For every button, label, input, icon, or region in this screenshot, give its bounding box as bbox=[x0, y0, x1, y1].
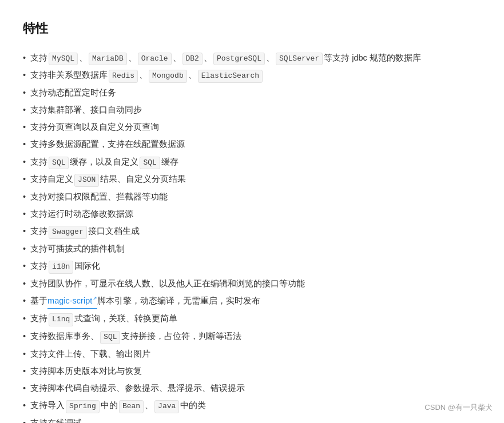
list-item: 支持数据库事务、 SQL 支持拼接，占位符，判断等语法 bbox=[23, 329, 481, 344]
list-item-content-3: 支持动态配置定时任务 bbox=[30, 85, 116, 100]
list-item-content-15: 基于magic-script 脚本引擎，动态编译，无需重启，实时发布 bbox=[30, 293, 260, 309]
list-item: 支持分页查询以及自定义分页查询 bbox=[23, 119, 481, 134]
list-item-content-11: 支持 Swagger 接口文档生成 bbox=[30, 224, 140, 239]
list-item: 支持 i18n 国际化 bbox=[23, 258, 481, 274]
code-tag: Spring bbox=[66, 400, 100, 413]
item-text: 、 bbox=[139, 67, 148, 82]
item-text: 支持分页查询以及自定义分页查询 bbox=[30, 119, 159, 134]
list-item: 支持 MySQL 、 MariaDB 、 Oracle 、 DB2 、 Post… bbox=[23, 50, 481, 66]
list-item: 支持 Linq 式查询，关联、转换更简单 bbox=[23, 311, 481, 326]
list-item: 支持脚本代码自动提示、参数提示、悬浮提示、错误提示 bbox=[23, 381, 481, 396]
list-item: 支持导入 Spring 中的 Bean 、 Java 中的类 bbox=[23, 398, 481, 413]
list-item: 支持 Swagger 接口文档生成 bbox=[23, 224, 481, 239]
item-text: 缓存 bbox=[161, 154, 178, 169]
list-item-content-17: 支持数据库事务、 SQL 支持拼接，占位符，判断等语法 bbox=[30, 329, 241, 344]
list-item-content-13: 支持 i18n 国际化 bbox=[30, 258, 100, 274]
list-item-content-9: 支持对接口权限配置、拦截器等功能 bbox=[30, 189, 168, 204]
code-tag: MySQL bbox=[49, 53, 78, 66]
list-item: 支持动态配置定时任务 bbox=[23, 85, 481, 100]
item-text: 结果、自定义分页结果 bbox=[100, 171, 186, 186]
code-tag: Oracle bbox=[138, 53, 172, 66]
list-item: 支持多数据源配置，支持在线配置数据源 bbox=[23, 137, 481, 151]
page-title: 特性 bbox=[23, 17, 481, 40]
code-tag: Bean bbox=[119, 400, 144, 413]
features-list: 支持 MySQL 、 MariaDB 、 Oracle 、 DB2 、 Post… bbox=[23, 50, 481, 423]
item-text: 支持 bbox=[30, 258, 47, 273]
item-text: 中的类 bbox=[180, 398, 206, 413]
item-text: 、 bbox=[204, 50, 212, 65]
list-item: 支持在线调试 bbox=[23, 416, 481, 423]
code-tag: Swagger bbox=[49, 226, 87, 239]
item-text: 、 bbox=[79, 50, 88, 65]
code-tag: SQL bbox=[100, 331, 120, 344]
list-item: 支持脚本历史版本对比与恢复 bbox=[23, 364, 481, 378]
code-tag: Mongodb bbox=[149, 70, 187, 83]
item-text: 支持文件上传、下载、输出图片 bbox=[30, 346, 150, 361]
list-item: 支持文件上传、下载、输出图片 bbox=[23, 346, 481, 361]
item-text: 支持可插拔式的插件机制 bbox=[30, 241, 125, 256]
list-item-content-16: 支持 Linq 式查询，关联、转换更简单 bbox=[30, 311, 177, 326]
item-text: 支持对接口权限配置、拦截器等功能 bbox=[30, 189, 168, 204]
list-item: 支持自定义 JSON 结果、自定义分页结果 bbox=[23, 171, 481, 187]
item-text: 支持脚本历史版本对比与恢复 bbox=[30, 364, 142, 378]
item-text: 支持动态配置定时任务 bbox=[30, 85, 116, 100]
list-item-content-20: 支持脚本代码自动提示、参数提示、悬浮提示、错误提示 bbox=[30, 381, 245, 396]
item-text: 国际化 bbox=[74, 258, 100, 273]
item-text: 、 bbox=[145, 398, 153, 413]
item-text: 脚本引擎，动态编译，无需重启，实时发布 bbox=[97, 293, 260, 308]
code-tag: DB2 bbox=[182, 53, 203, 66]
item-text: 缓存，以及自定义 bbox=[70, 154, 138, 169]
code-tag: PostgreSQL bbox=[213, 53, 265, 66]
list-item: 支持集群部署、接口自动同步 bbox=[23, 102, 481, 117]
item-text: 中的 bbox=[101, 398, 118, 413]
list-item-content-1: 支持 MySQL 、 MariaDB 、 Oracle 、 DB2 、 Post… bbox=[30, 50, 421, 66]
item-text: 支持脚本代码自动提示、参数提示、悬浮提示、错误提示 bbox=[30, 381, 245, 396]
item-text: 支持拼接，占位符，判断等语法 bbox=[121, 329, 241, 344]
item-text: 支持非关系型数据库 bbox=[30, 67, 108, 82]
code-tag: SQL bbox=[140, 157, 160, 170]
list-item-content-21: 支持导入 Spring 中的 Bean 、 Java 中的类 bbox=[30, 398, 206, 413]
item-text: 支持集群部署、接口自动同步 bbox=[30, 102, 142, 117]
item-text: 支持自定义 bbox=[30, 171, 73, 186]
item-text: 支持多数据源配置，支持在线配置数据源 bbox=[30, 137, 185, 151]
inline-link[interactable]: magic-script bbox=[47, 293, 97, 309]
list-item: 支持团队协作，可显示在线人数、以及他人正在编辑和浏览的接口等功能 bbox=[23, 276, 481, 291]
item-text: 基于 bbox=[30, 293, 47, 308]
item-text: 、 bbox=[188, 67, 197, 82]
item-text: 支持在线调试 bbox=[30, 416, 82, 423]
code-tag: Java bbox=[154, 400, 179, 413]
list-item-content-7: 支持 SQL 缓存，以及自定义 SQL 缓存 bbox=[30, 154, 178, 170]
footer-text: CSDN @有一只柴犬 bbox=[424, 401, 493, 414]
list-item: 支持非关系型数据库 Redis 、 Mongodb 、 ElasticSearc… bbox=[23, 67, 481, 83]
list-item-content-14: 支持团队协作，可显示在线人数、以及他人正在编辑和浏览的接口等功能 bbox=[30, 276, 305, 291]
item-text: 、 bbox=[173, 50, 181, 65]
list-item: 支持运行时动态修改数据源 bbox=[23, 206, 481, 221]
list-item: 支持可插拔式的插件机制 bbox=[23, 241, 481, 256]
code-tag: Linq bbox=[49, 313, 73, 326]
code-tag: JSON bbox=[74, 174, 99, 187]
list-item: 支持对接口权限配置、拦截器等功能 bbox=[23, 189, 481, 204]
list-item-content-4: 支持集群部署、接口自动同步 bbox=[30, 102, 142, 117]
item-text: 、 bbox=[266, 50, 275, 65]
item-text: 支持导入 bbox=[30, 398, 65, 413]
item-text: 支持 bbox=[30, 154, 47, 169]
list-item-content-8: 支持自定义 JSON 结果、自定义分页结果 bbox=[30, 171, 186, 187]
list-item-content-22: 支持在线调试 bbox=[30, 416, 82, 423]
item-text: 支持 bbox=[30, 311, 47, 326]
list-item-content-19: 支持脚本历史版本对比与恢复 bbox=[30, 364, 142, 378]
item-text: 接口文档生成 bbox=[88, 224, 140, 238]
list-item-content-5: 支持分页查询以及自定义分页查询 bbox=[30, 119, 159, 134]
item-text: 支持 bbox=[30, 50, 47, 65]
code-tag: SQLServer bbox=[276, 53, 323, 66]
code-tag: Redis bbox=[109, 70, 138, 83]
list-item: 支持 SQL 缓存，以及自定义 SQL 缓存 bbox=[23, 154, 481, 170]
code-tag: i18n bbox=[49, 261, 73, 274]
list-item-content-10: 支持运行时动态修改数据源 bbox=[30, 206, 133, 221]
list-item-content-18: 支持文件上传、下载、输出图片 bbox=[30, 346, 150, 361]
code-tag: ElasticSearch bbox=[198, 70, 263, 83]
item-text: 支持团队协作，可显示在线人数、以及他人正在编辑和浏览的接口等功能 bbox=[30, 276, 305, 291]
list-item-content-6: 支持多数据源配置，支持在线配置数据源 bbox=[30, 137, 185, 151]
item-text: 式查询，关联、转换更简单 bbox=[74, 311, 177, 326]
item-text: 、 bbox=[128, 50, 137, 65]
code-tag: SQL bbox=[49, 157, 69, 170]
